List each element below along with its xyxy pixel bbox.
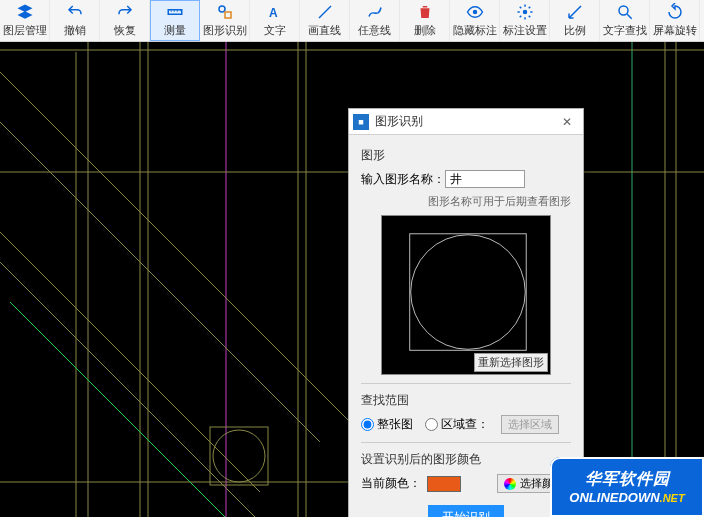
svg-point-1 <box>219 6 225 12</box>
tool-measure[interactable]: 测量 <box>150 0 200 41</box>
tool-label: 画直线 <box>308 23 341 38</box>
app-icon: ■ <box>353 114 369 130</box>
svg-point-5 <box>472 10 477 15</box>
shape-recognition-dialog: ■ 图形识别 ✕ 图形 输入图形名称： 图形名称可用于后期查看图形 重新选择图形… <box>348 108 584 517</box>
rotate-icon <box>666 3 684 21</box>
tool-scale[interactable]: 比例 <box>550 0 600 41</box>
svg-line-8 <box>627 14 632 19</box>
svg-line-25 <box>0 82 320 442</box>
undo-icon <box>66 3 84 21</box>
ruler-icon <box>166 3 184 21</box>
tool-redo[interactable]: 恢复 <box>100 0 150 41</box>
section-scope-label: 查找范围 <box>361 392 571 409</box>
tool-label: 撤销 <box>64 23 86 38</box>
watermark-en: ONLINEDOWN.NET <box>569 490 684 505</box>
svg-rect-0 <box>168 10 182 15</box>
tool-undo[interactable]: 撤销 <box>50 0 100 41</box>
svg-line-27 <box>0 172 260 492</box>
tool-label: 屏幕旋转 <box>653 23 697 38</box>
tool-line[interactable]: 画直线 <box>300 0 350 41</box>
main-toolbar: 图层管理 撤销 恢复 测量 图形识别 A文字 画直线 任意线 删除 隐藏标注 标… <box>0 0 704 42</box>
svg-point-33 <box>411 235 526 350</box>
shape-name-hint: 图形名称可用于后期查看图形 <box>361 194 571 209</box>
svg-rect-2 <box>225 12 231 18</box>
shapes-icon <box>216 3 234 21</box>
svg-point-6 <box>522 10 527 15</box>
dialog-titlebar[interactable]: ■ 图形识别 ✕ <box>349 109 583 135</box>
tool-delete[interactable]: 删除 <box>400 0 450 41</box>
layers-icon <box>16 3 34 21</box>
tool-hide-annot[interactable]: 隐藏标注 <box>450 0 500 41</box>
scale-icon <box>566 3 584 21</box>
tool-print[interactable]: 打印 <box>700 0 704 41</box>
tool-label: 标注设置 <box>503 23 547 38</box>
tool-rotate-screen[interactable]: 屏幕旋转 <box>650 0 700 41</box>
eye-off-icon <box>466 3 484 21</box>
tool-annot-settings[interactable]: 标注设置 <box>500 0 550 41</box>
tool-freeline[interactable]: 任意线 <box>350 0 400 41</box>
tool-shape-recognize[interactable]: 图形识别 <box>200 0 250 41</box>
svg-rect-30 <box>210 427 268 485</box>
watermark-logo: 华军软件园 ONLINEDOWN.NET <box>550 457 704 517</box>
current-color-swatch <box>427 476 461 492</box>
dialog-title: 图形识别 <box>375 113 551 130</box>
tool-label: 比例 <box>564 23 586 38</box>
redo-icon <box>116 3 134 21</box>
tool-find-text[interactable]: 文字查找 <box>600 0 650 41</box>
svg-text:A: A <box>269 6 278 20</box>
tool-label: 文字 <box>264 23 286 38</box>
scope-region-radio[interactable]: 区域查： <box>425 416 489 433</box>
shape-name-input[interactable] <box>445 170 525 188</box>
tool-layer-manage[interactable]: 图层管理 <box>0 0 50 41</box>
text-icon: A <box>266 3 284 21</box>
tool-label: 测量 <box>164 23 186 38</box>
close-icon[interactable]: ✕ <box>551 109 583 135</box>
gear-icon <box>516 3 534 21</box>
line-icon <box>316 3 334 21</box>
svg-point-31 <box>213 430 265 482</box>
section-color-label: 设置识别后的图形颜色 <box>361 451 571 468</box>
shape-preview: 重新选择图形 <box>381 215 551 375</box>
watermark-cn: 华军软件园 <box>585 469 670 490</box>
tool-text[interactable]: A文字 <box>250 0 300 41</box>
delete-icon <box>416 3 434 21</box>
start-recognition-button[interactable]: 开始识别 <box>428 505 504 517</box>
color-wheel-icon <box>504 478 516 490</box>
tool-label: 图形识别 <box>203 23 247 38</box>
svg-point-7 <box>619 6 628 15</box>
current-color-label: 当前颜色： <box>361 475 421 492</box>
tool-label: 删除 <box>414 23 436 38</box>
tool-label: 任意线 <box>358 23 391 38</box>
shape-name-label: 输入图形名称： <box>361 171 445 188</box>
scope-all-radio[interactable]: 整张图 <box>361 416 413 433</box>
svg-line-28 <box>0 202 260 517</box>
tool-label: 文字查找 <box>603 23 647 38</box>
tool-label: 隐藏标注 <box>453 23 497 38</box>
section-shape-label: 图形 <box>361 147 571 164</box>
tool-label: 图层管理 <box>3 23 47 38</box>
reselect-shape-button[interactable]: 重新选择图形 <box>474 353 548 372</box>
select-region-button[interactable]: 选择区域 <box>501 415 559 434</box>
search-icon <box>616 3 634 21</box>
tool-label: 恢复 <box>114 23 136 38</box>
freeline-icon <box>366 3 384 21</box>
svg-line-4 <box>319 6 331 18</box>
